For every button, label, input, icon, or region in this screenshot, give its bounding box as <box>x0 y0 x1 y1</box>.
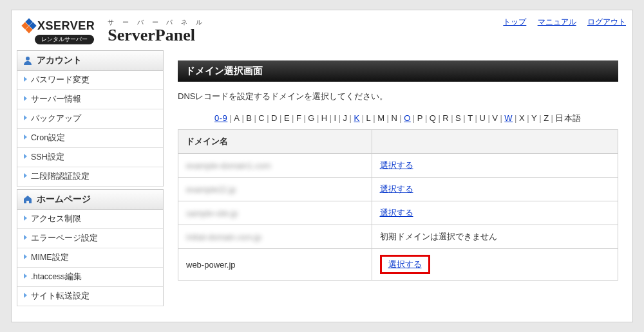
alpha-filter-item: P <box>417 113 423 123</box>
domain-action-cell: 選択する <box>372 201 618 225</box>
separator: | <box>292 113 294 123</box>
table-row: sample-site.jp選択する <box>178 201 618 225</box>
sidebar-item[interactable]: SSH設定 <box>17 148 163 167</box>
alpha-filter-item: S <box>455 113 461 123</box>
alpha-filter-item[interactable]: O <box>404 113 411 123</box>
separator: | <box>475 113 478 123</box>
highlight-box: 選択する <box>380 255 430 274</box>
alpha-filter-item: R <box>442 113 449 123</box>
domain-action-cell: 初期ドメインは選択できません <box>372 225 618 249</box>
top-links: トップ マニュアル ログアウト <box>494 17 626 28</box>
separator: | <box>413 113 415 123</box>
table-row: example-domain1.com選択する <box>178 154 618 178</box>
separator: | <box>373 113 375 123</box>
alpha-filter-item: Y <box>531 113 537 123</box>
link-manual[interactable]: マニュアル <box>538 17 576 26</box>
sidebar-item[interactable]: パスワード変更 <box>17 71 163 90</box>
sidebar-item[interactable]: Cron設定 <box>17 129 163 148</box>
sidebar-item[interactable]: .htaccess編集 <box>17 268 163 287</box>
sidebar-heading-label: ホームページ <box>37 194 91 205</box>
separator: | <box>267 113 269 123</box>
separator: | <box>425 113 428 123</box>
alpha-filter-item: C <box>258 113 265 123</box>
xserver-logo: XSERVER レンタルサーバー <box>23 19 95 44</box>
alpha-filter-item: J <box>343 113 348 123</box>
sidebar-item[interactable]: 二段階認証設定 <box>17 167 163 187</box>
xserver-brand-text: XSERVER <box>37 19 95 33</box>
sidebar-heading-label: アカウント <box>37 55 82 66</box>
alpha-filter-item: X <box>519 113 525 123</box>
table-row: initial-domain.xsrv.jp初期ドメインは選択できません <box>178 225 618 249</box>
sidebar-item[interactable]: アクセス制限 <box>17 210 163 229</box>
alpha-filter-item: D <box>271 113 278 123</box>
page-description: DNSレコードを設定するドメインを選択してください。 <box>178 91 618 102</box>
separator: | <box>539 113 542 123</box>
person-icon <box>23 55 33 66</box>
sidebar-item[interactable]: サーバー情報 <box>17 90 163 109</box>
domain-action-cell: 選択する <box>372 154 618 178</box>
alpha-filter-item: I <box>334 113 337 123</box>
domain-name-cell: initial-domain.xsrv.jp <box>178 225 372 249</box>
separator: | <box>488 113 490 123</box>
separator: | <box>387 113 390 123</box>
svg-point-0 <box>26 57 30 60</box>
separator: | <box>500 113 502 123</box>
separator: | <box>527 113 529 123</box>
alpha-filter-item: Z <box>544 113 549 123</box>
alpha-filter-item[interactable]: K <box>354 113 360 123</box>
alpha-filter-item: A <box>234 113 240 123</box>
select-link[interactable]: 選択する <box>380 160 413 170</box>
xserver-mark-icon <box>23 20 35 32</box>
sidebar-heading: ホームページ <box>17 189 164 210</box>
domain-name-cell: sample-site.jp <box>178 201 372 225</box>
domain-name-cell: example-domain1.com <box>178 154 372 178</box>
separator: | <box>303 113 306 123</box>
separator: | <box>399 113 402 123</box>
separator: | <box>317 113 319 123</box>
alpha-filter-item: U <box>479 113 486 123</box>
select-link[interactable]: 選択する <box>388 259 422 269</box>
domain-table: ドメイン名 example-domain1.com選択するexample22.j… <box>178 129 618 281</box>
domain-name-cell: web-power.jp <box>178 249 372 281</box>
alpha-filter-item[interactable]: 0-9 <box>214 113 227 123</box>
sidebar-item[interactable]: サイト転送設定 <box>17 287 163 306</box>
alpha-filter-item: 日本語 <box>555 113 582 123</box>
sidebar-item[interactable]: MIME設定 <box>17 248 163 268</box>
domain-action-cell: 選択する <box>372 249 618 281</box>
alpha-filter-item: B <box>246 113 252 123</box>
alpha-filter-item: E <box>284 113 290 123</box>
domain-name-cell: example22.jp <box>178 178 372 201</box>
alpha-filter-item: G <box>308 113 315 123</box>
separator: | <box>279 113 282 123</box>
alpha-filter-item: M <box>377 113 384 123</box>
alpha-filter-row: 0-9|A|B|C|D|E|F|G|H|I|J|K|L|M|N|O|P|Q|R|… <box>178 113 618 124</box>
alpha-filter-item: V <box>492 113 498 123</box>
separator: | <box>330 113 332 123</box>
disabled-text: 初期ドメインは選択できません <box>380 232 497 241</box>
table-row: web-power.jp選択する <box>178 249 618 281</box>
link-top[interactable]: トップ <box>503 17 526 26</box>
select-link[interactable]: 選択する <box>380 208 413 217</box>
separator: | <box>339 113 341 123</box>
alpha-filter-item: L <box>366 113 372 123</box>
link-logout[interactable]: ログアウト <box>587 17 626 26</box>
separator: | <box>350 113 352 123</box>
alpha-filter-item: Q <box>430 113 437 123</box>
alpha-filter-item[interactable]: W <box>504 113 513 123</box>
sidebar-item[interactable]: バックアップ <box>17 109 163 129</box>
home-icon <box>23 194 33 205</box>
table-header-action <box>372 130 618 154</box>
select-link[interactable]: 選択する <box>380 184 413 194</box>
alpha-filter-item: N <box>391 113 397 123</box>
alpha-filter-item: F <box>296 113 301 123</box>
separator: | <box>438 113 440 123</box>
sidebar-heading: アカウント <box>17 50 164 71</box>
main-panel: ドメイン選択画面 DNSレコードを設定するドメインを選択してください。 0-9|… <box>164 50 632 309</box>
separator: | <box>515 113 517 123</box>
serverpanel-main: ServerPanel <box>108 26 205 45</box>
table-header-domain: ドメイン名 <box>178 130 372 154</box>
alpha-filter-item: T <box>468 113 473 123</box>
separator: | <box>451 113 453 123</box>
table-row: example22.jp選択する <box>178 178 618 201</box>
sidebar-item[interactable]: エラーページ設定 <box>17 229 163 248</box>
